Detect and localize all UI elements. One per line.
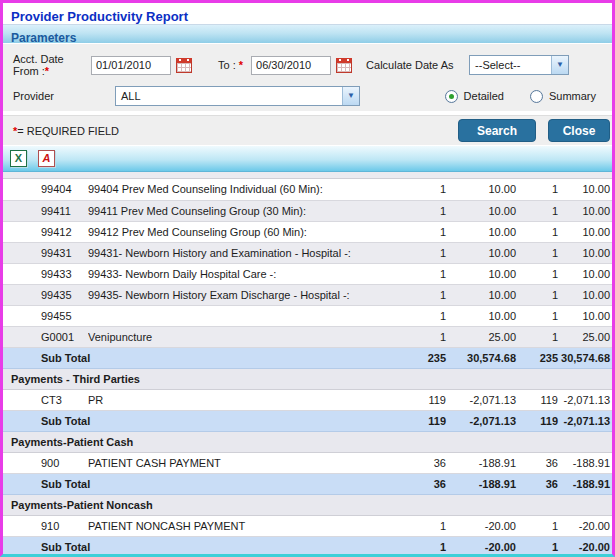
subtotal-value-3: -2,071.13 [560, 410, 612, 431]
section-label: Payments-Patient Noncash [3, 494, 612, 515]
row-value-2: 1 [518, 305, 560, 326]
subtotal-value-3: -20.00 [560, 536, 612, 557]
date-from-input[interactable] [91, 56, 171, 75]
provider-select-value: ALL [121, 90, 141, 102]
clipped-table-row [3, 172, 612, 179]
row-value-3: -188.91 [560, 452, 612, 473]
calendar-icon[interactable] [176, 58, 192, 73]
row-value-0: 1 [388, 200, 448, 221]
required-field-bar: * = REQUIRED FIELD Search Close [3, 115, 612, 145]
subtotal-value-1: -2,071.13 [448, 410, 518, 431]
to-label: To : * [218, 59, 243, 71]
close-button[interactable]: Close [548, 119, 610, 142]
subtotal-row: Sub Total1-20.001-20.00 [3, 536, 612, 557]
titlebar: Provider Productivity Report [3, 3, 612, 25]
page-title: Provider Productivity Report [11, 9, 188, 24]
parameters-header-label: Parameters [11, 31, 76, 45]
report-table: 9940499404 Prev Med Counseling Individua… [3, 179, 612, 557]
subtotal-row: Sub Total36-188.9136-188.91 [3, 473, 612, 494]
row-code: CT3 [3, 389, 88, 410]
row-value-0: 1 [388, 179, 448, 200]
calendar-icon[interactable] [336, 58, 352, 73]
table-row: 9943199431- Newborn History and Examinat… [3, 242, 612, 263]
row-code: G0001 [3, 326, 88, 347]
row-value-3: 10.00 [560, 200, 612, 221]
row-value-3: 10.00 [560, 179, 612, 200]
provider-select[interactable]: ALL ▼ [115, 86, 360, 106]
excel-export-icon[interactable]: X [10, 150, 27, 167]
row-value-0: 1 [388, 515, 448, 536]
row-description: 99404 Prev Med Counseling Individual (60… [88, 179, 388, 200]
table-row: 9941299412 Prev Med Counseling Group (60… [3, 221, 612, 242]
subtotal-value-0: 235 [388, 347, 448, 368]
pdf-export-icon[interactable]: A [38, 150, 55, 167]
provider-label: Provider [13, 90, 115, 102]
calculate-date-select[interactable]: --Select-- ▼ [469, 55, 569, 75]
row-code: 99435 [3, 284, 88, 305]
subtotal-value-0: 36 [388, 473, 448, 494]
detailed-label: Detailed [464, 90, 504, 102]
section-label: Payments-Patient Cash [3, 431, 612, 452]
row-description: PATIENT CASH PAYMENT [88, 452, 388, 473]
table-row: 9941199411 Prev Med Counseling Group (30… [3, 200, 612, 221]
row-value-2: 1 [518, 284, 560, 305]
table-row: 9940499404 Prev Med Counseling Individua… [3, 179, 612, 200]
subtotal-value-2: 119 [518, 410, 560, 431]
row-value-2: 1 [518, 179, 560, 200]
report-table-area: 9940499404 Prev Med Counseling Individua… [3, 172, 612, 557]
row-description: 99411 Prev Med Counseling Group (30 Min)… [88, 200, 388, 221]
row-value-1: -20.00 [448, 515, 518, 536]
parameters-panel: Acct. Date From :* To : * Calculate Date… [3, 44, 612, 111]
subtotal-value-2: 1 [518, 536, 560, 557]
subtotal-value-1: -188.91 [448, 473, 518, 494]
row-value-2: 119 [518, 389, 560, 410]
row-code: 99455 [3, 305, 88, 326]
row-value-2: 1 [518, 242, 560, 263]
row-value-1: -188.91 [448, 452, 518, 473]
subtotal-row: Sub Total119-2,071.13119-2,071.13 [3, 410, 612, 431]
row-value-3: 10.00 [560, 242, 612, 263]
row-code: 900 [3, 452, 88, 473]
row-description: 99431- Newborn History and Examination -… [88, 242, 388, 263]
row-value-2: 1 [518, 515, 560, 536]
row-value-0: 119 [388, 389, 448, 410]
required-field-note: = REQUIRED FIELD [17, 125, 119, 137]
subtotal-value-2: 235 [518, 347, 560, 368]
radio-summary[interactable] [530, 90, 543, 103]
row-description: PR [88, 389, 388, 410]
table-row: G0001Venipuncture125.00125.00 [3, 326, 612, 347]
radio-detailed[interactable] [445, 90, 458, 103]
calculate-date-select-value: --Select-- [475, 59, 520, 71]
subtotal-label: Sub Total [3, 347, 388, 368]
row-description: Venipuncture [88, 326, 388, 347]
section-label: Payments - Third Parties [3, 368, 612, 389]
row-value-1: 10.00 [448, 200, 518, 221]
subtotal-value-1: -20.00 [448, 536, 518, 557]
subtotal-row: Sub Total23530,574.6823530,574.68 [3, 347, 612, 368]
subtotal-value-3: 30,574.68 [560, 347, 612, 368]
row-value-1: 10.00 [448, 179, 518, 200]
table-row: 99455110.00110.00 [3, 305, 612, 326]
subtotal-value-2: 36 [518, 473, 560, 494]
row-description: 99435- Newborn History Exam Discharge - … [88, 284, 388, 305]
row-value-0: 1 [388, 326, 448, 347]
row-value-1: -2,071.13 [448, 389, 518, 410]
row-value-1: 10.00 [448, 242, 518, 263]
row-code: 910 [3, 515, 88, 536]
calculate-date-as-label: Calculate Date As [366, 59, 458, 71]
subtotal-label: Sub Total [3, 410, 388, 431]
row-value-0: 1 [388, 284, 448, 305]
row-code: 99412 [3, 221, 88, 242]
row-value-1: 10.00 [448, 305, 518, 326]
row-value-3: 25.00 [560, 326, 612, 347]
row-value-0: 1 [388, 242, 448, 263]
row-value-0: 1 [388, 305, 448, 326]
search-button[interactable]: Search [458, 119, 536, 142]
parameters-header: Parameters [3, 25, 612, 44]
export-toolbar: X A [3, 145, 612, 172]
row-code: 99404 [3, 179, 88, 200]
date-to-input[interactable] [251, 56, 331, 75]
section-row: Payments-Patient Noncash [3, 494, 612, 515]
row-value-3: -2,071.13 [560, 389, 612, 410]
row-value-2: 1 [518, 221, 560, 242]
